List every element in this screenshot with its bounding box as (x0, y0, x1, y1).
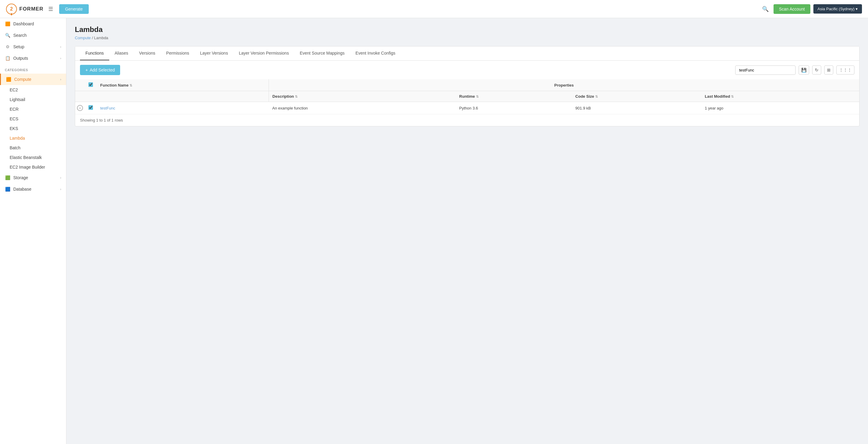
sidebar-sub-item-ecs[interactable]: ECS (0, 114, 66, 124)
tabs-bar: Functions Aliases Versions Permissions L… (75, 46, 859, 61)
sidebar-item-label: Setup (13, 44, 25, 49)
sidebar-sub-item-ec2-image-builder[interactable]: EC2 Image Builder (0, 162, 66, 172)
td-last-modified: 1 year ago (701, 102, 859, 114)
sidebar-sub-item-ecr[interactable]: ECR (0, 104, 66, 114)
tab-versions[interactable]: Versions (134, 46, 161, 60)
generate-button[interactable]: Generate (59, 4, 89, 14)
sub-item-label: EC2 (10, 88, 18, 92)
sidebar-item-storage[interactable]: 🟩 Storage › (0, 172, 66, 183)
chevron-down-icon: › (60, 77, 61, 81)
sidebar-sub-item-eks[interactable]: EKS (0, 124, 66, 133)
menu-icon[interactable]: ☰ (48, 6, 53, 12)
sidebar-item-dashboard[interactable]: 🟧 Dashboard (0, 18, 66, 30)
sub-item-label: EKS (10, 126, 18, 131)
tab-permissions[interactable]: Permissions (161, 46, 195, 60)
sub-item-label: ECR (10, 107, 19, 112)
sidebar-item-database[interactable]: 🟦 Database › (0, 183, 66, 195)
main-content: Lambda Compute / Lambda Functions Aliase… (66, 18, 868, 444)
plus-icon: + (85, 68, 88, 72)
sub-item-label: Batch (10, 146, 21, 150)
refresh-icon: ↻ (815, 68, 818, 72)
sidebar-item-label: Database (13, 187, 31, 192)
logo-icon: 2 (6, 4, 17, 14)
logo: 2 FORMER (6, 4, 43, 14)
th-expand-sub (75, 91, 85, 102)
grid-icon: ⊞ (827, 68, 831, 72)
breadcrumb-current: Lambda (94, 36, 108, 40)
row-count: Showing 1 to 1 of 1 rows (75, 114, 859, 126)
tab-layer-version-permissions[interactable]: Layer Version Permissions (233, 46, 294, 60)
scan-account-button[interactable]: Scan Account (774, 4, 810, 14)
sidebar-item-label: Storage (13, 175, 28, 180)
sidebar-item-label: Outputs (13, 56, 28, 61)
th-description[interactable]: Description (269, 91, 456, 102)
search-input[interactable] (735, 65, 796, 75)
add-selected-button[interactable]: + Add Selected (80, 65, 120, 75)
search-icon[interactable]: 🔍 (762, 6, 769, 12)
list-icon: 📋 (5, 56, 10, 61)
refresh-icon-button[interactable]: ↻ (812, 65, 821, 74)
breadcrumb-separator: / (92, 36, 94, 40)
grid-view-button[interactable]: ⊞ (824, 65, 833, 74)
select-all-checkbox[interactable] (88, 82, 93, 87)
region-button[interactable]: Asia Pacific (Sydney) ▾ (813, 4, 862, 13)
td-function-name: testFunc (97, 102, 269, 114)
row-checkbox[interactable] (88, 105, 93, 110)
sub-item-label: ECS (10, 117, 19, 121)
dashboard-icon: 🟧 (5, 21, 10, 27)
th-properties: Properties (269, 79, 859, 91)
save-icon-button[interactable]: 💾 (799, 65, 809, 74)
sidebar-item-compute[interactable]: 🟧 Compute › (0, 73, 66, 85)
tab-layer-versions[interactable]: Layer Versions (195, 46, 234, 60)
th-function-name-sub (97, 91, 269, 102)
sidebar-sub-item-elastic-beanstalk[interactable]: Elastic Beanstalk (0, 153, 66, 162)
table-row: + testFunc An example function Python 3.… (75, 102, 859, 114)
toolbar: + Add Selected 💾 ↻ ⊞ ⋮⋮⋮ (75, 61, 859, 79)
th-runtime[interactable]: Runtime (456, 91, 572, 102)
chevron-right-icon: › (60, 56, 61, 60)
sidebar-item-setup[interactable]: ⚙ Setup › (0, 41, 66, 53)
tab-event-source-mappings[interactable]: Event Source Mappings (294, 46, 350, 60)
th-checkbox (85, 79, 97, 91)
th-last-modified[interactable]: Last Modified (701, 91, 859, 102)
search-icon: 🔍 (5, 33, 10, 38)
navbar: 2 FORMER ☰ Generate 🔍 Scan Account Asia … (0, 0, 868, 18)
database-icon: 🟦 (5, 186, 10, 192)
th-expand (75, 79, 85, 91)
page-title: Lambda (75, 25, 860, 34)
table-container: Function Name Properties Description Run… (75, 79, 859, 114)
sub-item-label: Elastic Beanstalk (10, 155, 42, 160)
function-name-link[interactable]: testFunc (100, 106, 115, 110)
sub-item-label: EC2 Image Builder (10, 165, 45, 169)
lambda-card: Functions Aliases Versions Permissions L… (75, 46, 860, 126)
sidebar-sub-item-batch[interactable]: Batch (0, 143, 66, 153)
tab-aliases[interactable]: Aliases (109, 46, 134, 60)
breadcrumb-parent[interactable]: Compute (75, 36, 91, 40)
storage-icon: 🟩 (5, 175, 10, 180)
row-add-button[interactable]: + (77, 105, 83, 111)
breadcrumb: Compute / Lambda (75, 36, 860, 40)
th-function-name[interactable]: Function Name (97, 79, 269, 91)
sidebar-item-outputs[interactable]: 📋 Outputs › (0, 53, 66, 64)
functions-table: Function Name Properties Description Run… (75, 79, 859, 114)
tab-event-invoke-configs[interactable]: Event Invoke Configs (350, 46, 401, 60)
sidebar-item-search[interactable]: 🔍 Search (0, 30, 66, 41)
logo-text: FORMER (19, 6, 43, 12)
logo-drip (11, 13, 12, 15)
categories-label: CATEGORIES (0, 64, 66, 73)
th-code-size[interactable]: Code Size (571, 91, 701, 102)
sidebar-sub-item-ec2[interactable]: EC2 (0, 85, 66, 95)
sidebar: 🟧 Dashboard 🔍 Search ⚙ Setup › 📋 Outputs… (0, 18, 66, 444)
tab-functions[interactable]: Functions (80, 46, 109, 60)
sidebar-item-label: Dashboard (13, 22, 34, 26)
sidebar-sub-item-lambda[interactable]: Lambda (0, 133, 66, 143)
columns-icon: ⋮⋮⋮ (839, 68, 852, 72)
sidebar-item-label: Search (13, 33, 27, 38)
layout: 🟧 Dashboard 🔍 Search ⚙ Setup › 📋 Outputs… (0, 18, 868, 444)
sidebar-item-label: Compute (14, 77, 31, 82)
columns-button[interactable]: ⋮⋮⋮ (836, 65, 855, 74)
generate-section: Generate (59, 4, 89, 14)
sidebar-sub-item-lightsail[interactable]: Lightsail (0, 95, 66, 104)
td-code-size: 901.9 kB (571, 102, 701, 114)
gear-icon: ⚙ (5, 44, 10, 50)
